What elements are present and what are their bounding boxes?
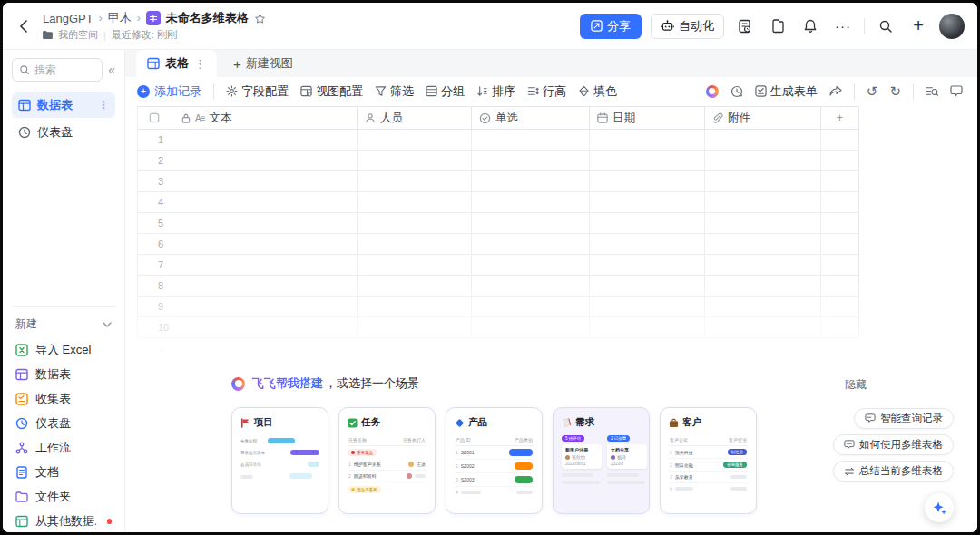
collapse-sidebar-icon[interactable]: « — [108, 63, 115, 77]
table-row[interactable]: 10 — [138, 317, 858, 338]
automation-button[interactable]: 自动化 — [651, 14, 724, 39]
create-item-doc[interactable]: 文档 — [12, 460, 115, 484]
breadcrumb-item-langgpt[interactable]: LangGPT — [43, 12, 93, 25]
column-label: 人员 — [380, 111, 403, 126]
create-item-label: 文档 — [35, 464, 59, 481]
column-header-attachment[interactable]: 附件 — [705, 107, 821, 129]
scenario-card-project[interactable]: 项目 春季促销 夏季新品发布 会员 — [231, 407, 328, 514]
dashboard-icon — [15, 417, 28, 430]
tab-grid-view[interactable]: 表格 ⋮ — [136, 50, 217, 77]
kanban-card-person: 杨洋 — [617, 454, 626, 460]
view-config-label: 视图配置 — [316, 83, 363, 100]
column-header-date[interactable]: 日期 — [590, 107, 705, 129]
mini-col-header: 任务执行人 — [403, 437, 426, 443]
user-avatar[interactable] — [939, 14, 965, 39]
notifications-button[interactable] — [799, 15, 822, 38]
create-item-dashboard[interactable]: 仪表盘 — [12, 411, 115, 435]
quick-action-summarize[interactable]: 总结当前多维表格 — [833, 461, 954, 482]
select-all-checkbox[interactable] — [149, 112, 160, 123]
mini-cell: SZ002 — [461, 463, 512, 469]
column-header-person[interactable]: 人员 — [358, 107, 472, 129]
space-label[interactable]: 我的空间 — [58, 28, 98, 42]
create-section-title: 新建 — [15, 316, 37, 332]
tab-menu-icon[interactable]: ⋮ — [194, 57, 206, 71]
filter-button[interactable]: 筛选 — [375, 83, 414, 100]
chevron-down-icon[interactable] — [103, 322, 112, 327]
fill-color-button[interactable]: 填色 — [578, 83, 617, 100]
field-config-button[interactable]: 字段配置 — [226, 83, 289, 100]
table-row[interactable]: 1 — [138, 130, 858, 151]
placeholder-bar — [461, 491, 481, 494]
dashboard-icon — [18, 126, 31, 139]
sort-button[interactable]: 排序 — [476, 83, 515, 100]
share-button[interactable]: 分享 — [580, 14, 642, 39]
column-header-text[interactable]: A≡ 文本 — [138, 107, 358, 129]
toolbar-divider — [913, 83, 914, 100]
hide-button[interactable]: 隐藏 — [845, 377, 867, 393]
undo-button[interactable]: ↺ — [867, 83, 878, 100]
view-config-button[interactable]: 视图配置 — [300, 83, 363, 100]
table-row[interactable]: 9 — [138, 297, 858, 317]
row-height-button[interactable]: 行高 — [527, 83, 566, 100]
assistant-build-link[interactable]: 飞飞帮我搭建 — [252, 375, 323, 392]
share-label: 分享 — [607, 18, 631, 34]
mini-cell: 跟进和资料 — [354, 473, 404, 479]
add-row-button[interactable]: + — [158, 343, 859, 355]
table-row[interactable]: 4 — [138, 192, 858, 213]
search-input[interactable] — [34, 63, 82, 76]
sidebar-item-datasheet[interactable]: 数据表 ⋮ — [12, 92, 115, 118]
scenario-card-task[interactable]: 任务 任务名称 任务执行人 重要紧急 1 — [338, 407, 436, 514]
ai-assistant-icon[interactable] — [706, 85, 719, 98]
card-title: 项目 — [254, 416, 273, 429]
new-view-button[interactable]: + 新建视图 — [233, 55, 293, 72]
scenario-card-requirement[interactable]: 需求 5 待评估 新用户注册 张欣怡 — [553, 407, 650, 514]
gantt-bar — [289, 473, 312, 479]
quick-action-how-to-use[interactable]: 如何使用多维表格 — [833, 434, 954, 455]
sidebar-search[interactable] — [12, 58, 103, 82]
add-column-button[interactable]: + — [821, 107, 858, 129]
search-in-table-button[interactable] — [926, 85, 938, 97]
create-item-folder[interactable]: 文件夹 — [12, 484, 115, 509]
lane-pill: 5 待评估 — [562, 435, 584, 442]
create-new-button[interactable]: + — [906, 15, 930, 38]
scenario-card-product[interactable]: 产品 产品 ID 产品类别 1 SZ001 — [446, 407, 543, 514]
history-button[interactable] — [730, 85, 743, 98]
ai-sparkle-fab[interactable] — [925, 493, 954, 522]
chevron-left-icon — [19, 20, 28, 33]
column-header-select[interactable]: 单选 — [472, 107, 590, 129]
quick-action-smart-query[interactable]: 智能查询记录 — [854, 408, 954, 429]
table-row[interactable]: 2 — [138, 151, 858, 171]
back-button[interactable] — [12, 15, 35, 38]
add-record-button[interactable]: + 添加记录 — [137, 83, 201, 100]
sidebar-item-dashboard[interactable]: 仪表盘 — [12, 120, 115, 145]
favorite-button[interactable] — [766, 15, 789, 38]
create-item-import-excel[interactable]: 导入 Excel — [12, 337, 115, 362]
table-row[interactable]: 6 — [138, 234, 858, 255]
table-row[interactable]: 8 — [138, 276, 858, 297]
version-history-button[interactable] — [733, 15, 757, 38]
create-item-form[interactable]: 收集表 — [12, 386, 115, 411]
global-search-button[interactable] — [874, 15, 897, 38]
group-button[interactable]: 分组 — [426, 83, 465, 100]
create-item-from-other-data[interactable]: 从其他数据... — [12, 509, 115, 533]
table-row[interactable]: 5 — [138, 213, 858, 234]
breadcrumb-item-jiamu[interactable]: 甲木 — [108, 10, 132, 26]
comment-button[interactable] — [950, 85, 963, 97]
quick-action-label: 智能查询记录 — [880, 412, 943, 425]
create-item-datasheet[interactable]: 数据表 — [12, 362, 115, 386]
top-bar: LangGPT › 甲木 › 未命名多维表格 我的空间 | 最近修改: 刚刚 — [3, 3, 977, 50]
item-menu-icon[interactable]: ⋮ — [98, 99, 109, 112]
share-arrow-icon — [829, 85, 842, 97]
export-share-button[interactable] — [829, 85, 842, 97]
table-row[interactable]: 7 — [138, 255, 858, 276]
star-icon[interactable] — [254, 13, 266, 24]
table-row[interactable]: 3 — [138, 171, 858, 192]
redo-button[interactable]: ↻ — [889, 83, 901, 100]
create-item-workflow[interactable]: 工作流 — [12, 435, 115, 460]
row-number: 5 — [138, 213, 358, 233]
grid-view-icon — [147, 57, 160, 70]
scenario-card-customer[interactable]: 客户 客户公司 客户行业 1 顶尖科技 制造业 — [660, 407, 757, 514]
more-button[interactable]: ··· — [831, 15, 855, 38]
generate-form-button[interactable]: 生成表单 — [755, 83, 818, 100]
topbar-divider — [864, 18, 865, 34]
